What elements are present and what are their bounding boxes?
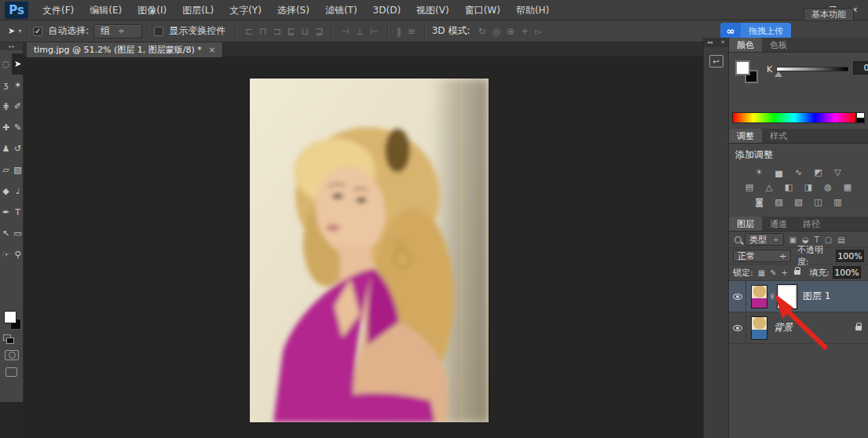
menu-edit[interactable]: 编辑(E) [82,0,130,20]
k-slider[interactable] [776,67,848,71]
zoom-tool[interactable]: ⚲ [12,244,24,265]
marquee-tool[interactable]: ◌ [0,53,12,75]
filter-type-icon[interactable]: T [815,235,819,244]
tab-styles[interactable]: 样式 [762,129,795,143]
menu-window[interactable]: 窗口(W) [457,0,508,20]
move-tool[interactable]: ➤ [12,53,24,75]
photo-filter-icon[interactable]: ◨ [801,181,815,193]
hue-saturation-icon[interactable]: ▤ [742,181,756,193]
tab-paths[interactable]: 路径 [795,217,828,231]
menu-file[interactable]: 文件(F) [35,0,82,20]
black-white-icon[interactable]: ◧ [782,181,796,193]
workspace-switcher[interactable]: 基本功能 [804,8,854,21]
color-spectrum-ramp[interactable] [732,112,856,123]
collapse-tools-icon[interactable]: ◂◂ [0,42,23,50]
hand-tool[interactable]: ☞ [0,244,12,265]
panel-foreground-swatch[interactable] [735,60,750,75]
show-transform-checkbox[interactable]: ✓ [154,27,163,36]
color-balance-icon[interactable]: △ [762,181,776,193]
eraser-tool[interactable]: ▱ [0,159,12,181]
filter-pixel-icon[interactable]: ▣ [789,235,797,244]
layer-row-background[interactable]: 背景 [729,312,868,344]
history-panel-icon[interactable]: ↩ [709,55,723,68]
vibrance-icon[interactable]: ▽ [831,166,845,178]
clone-stamp-tool[interactable]: ♟ [0,138,12,159]
background-name[interactable]: 背景 [774,321,793,334]
history-brush-tool[interactable]: ↺ [12,138,24,159]
eye-icon[interactable] [733,325,742,331]
menu-3d[interactable]: 3D(D) [365,0,408,20]
healing-brush-tool[interactable]: ✚ [0,117,12,138]
shape-tool[interactable]: ▭ [12,223,24,244]
menu-select[interactable]: 选择(S) [269,0,317,20]
threshold-icon[interactable]: ▧ [792,196,806,208]
document-tab[interactable]: timg.jpg @ 51.2% (图层 1, 图层蒙版/8) * × [27,42,223,57]
spectrum-bw-swatches[interactable] [856,112,865,123]
filter-adjustment-icon[interactable]: ◒ [802,235,809,244]
auto-select-checkbox[interactable]: ✓ [33,27,42,36]
crop-tool[interactable]: ⋕ [0,96,12,117]
quick-mask-button[interactable] [5,350,19,360]
dodge-tool[interactable]: ♩ [12,181,24,202]
gradient-tool[interactable]: ▧ [12,159,24,181]
filter-smart-object-icon[interactable]: ▤ [837,235,844,244]
tab-color[interactable]: 颜色 [729,38,762,52]
layer1-mask-thumbnail[interactable] [778,285,797,308]
auto-select-dropdown[interactable]: 组 ÷ [93,24,142,38]
tab-layers[interactable]: 图层 [729,217,762,231]
opacity-field[interactable]: 100% [836,250,864,262]
path-select-tool[interactable]: ↖ [0,223,12,244]
magic-wand-tool[interactable]: ✶ [12,75,24,96]
menu-type[interactable]: 文字(Y) [222,0,269,20]
tab-adjustments[interactable]: 调整 [729,129,762,143]
channel-mixer-icon[interactable]: ◍ [821,181,835,193]
canvas-image[interactable] [250,78,489,422]
foreground-color-swatch[interactable] [4,311,16,323]
filter-kind-dropdown[interactable]: 类型 ÷ [745,233,784,246]
layer-row-layer1[interactable]: ∞ 图层 1 [729,281,868,312]
tab-swatches[interactable]: 色板 [762,38,795,52]
expand-panels-icon[interactable]: ◂◂ [707,39,712,46]
layer1-name[interactable]: 图层 1 [803,290,830,303]
background-thumbnail[interactable] [751,316,767,340]
levels-icon[interactable]: ▅ [772,166,786,178]
blur-tool[interactable]: ◆ [0,181,12,202]
type-tool[interactable]: T [12,202,24,223]
posterize-icon[interactable]: ▨ [772,196,786,208]
gradient-map-icon[interactable]: ▥ [831,196,845,208]
tab-channels[interactable]: 通道 [762,217,795,231]
color-lookup-icon[interactable]: ▦ [841,181,855,193]
lock-all-icon[interactable] [794,270,800,275]
default-colors-icon[interactable] [3,334,11,341]
menu-help[interactable]: 帮助(H) [508,0,557,20]
mask-link-icon[interactable]: ∞ [768,292,777,301]
pen-tool[interactable]: ✒ [0,202,12,223]
filter-shape-icon[interactable]: ▢ [825,235,832,244]
lock-pixels-icon[interactable]: ✎ [770,268,776,277]
tool-preset-chevron-icon[interactable]: ▾ [18,27,21,35]
exposure-icon[interactable]: ◩ [811,166,826,178]
menu-filter[interactable]: 滤镜(T) [317,0,365,20]
k-value-field[interactable]: 0 [853,61,868,75]
fill-field[interactable]: 100% [833,266,861,279]
layer1-thumbnail[interactable] [751,285,767,308]
visibility-cell[interactable] [729,312,746,343]
eye-icon[interactable] [733,294,742,300]
screen-mode-button[interactable] [5,367,17,377]
brush-tool[interactable]: ✎ [12,117,24,138]
menu-view[interactable]: 视图(V) [408,0,457,20]
brightness-contrast-icon[interactable]: ☀ [753,166,767,178]
tab-close-icon[interactable]: × [209,46,215,54]
drag-upload-button[interactable]: ∞ 拖拽上传 [720,23,791,38]
lock-position-icon[interactable]: + [782,268,788,277]
visibility-cell[interactable] [729,281,746,312]
menu-layer[interactable]: 图层(L) [174,0,222,20]
selective-color-icon[interactable]: ◫ [811,196,826,208]
curves-icon[interactable]: ∿ [792,166,806,178]
invert-icon[interactable]: ◙ [753,196,767,208]
lasso-tool[interactable]: ʒ [0,75,12,96]
k-slider-thumb[interactable] [775,71,782,77]
eyedropper-tool[interactable]: ✐ [12,96,24,117]
blend-mode-dropdown[interactable]: 正常 ÷ [733,250,791,262]
menu-image[interactable]: 图像(I) [130,0,174,20]
